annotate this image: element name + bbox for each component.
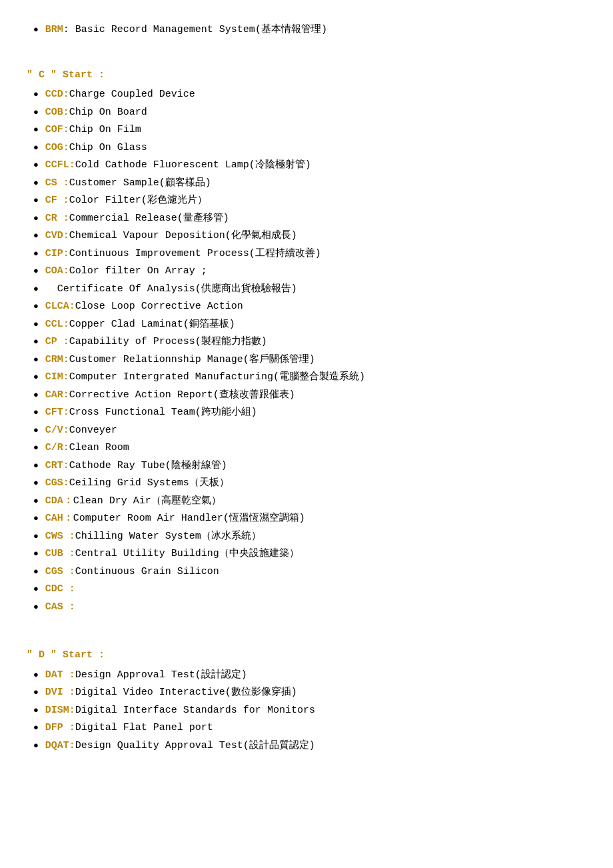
c-item-abbr: COG:	[45, 139, 69, 157]
page-container: BRM : Basic Record Management System(基本情…	[27, 21, 586, 754]
c-item-abbr: CCD:	[45, 86, 69, 103]
c-item-def: Chip On Film	[69, 121, 141, 139]
c-item-abbr: COB:	[45, 104, 69, 121]
d-list-item: DFP : Digital Flat Panel port	[33, 719, 586, 737]
c-list-item: CCD: Charge Coupled Device	[33, 86, 586, 103]
c-item-abbr: CIP:	[45, 245, 69, 263]
d-section-header: " D " Start :	[27, 647, 586, 664]
c-item-abbr: CFT:	[45, 404, 69, 421]
c-item-def: Color Filter(彩色濾光片）	[69, 192, 207, 209]
c-item-abbr: CGS:	[45, 475, 69, 492]
c-item-def: Central Utility Building（中央設施建築）	[75, 545, 299, 563]
c-list: CCD: Charge Coupled DeviceCOB: Chip On B…	[27, 86, 586, 615]
c-list-item: Certificate Of Analysis(供應商出貨檢驗報告)	[33, 281, 586, 298]
c-list-item: C/V: Conveyer	[33, 422, 586, 439]
c-item-def: Clean Room	[69, 439, 129, 457]
c-item-abbr: CAR:	[45, 387, 69, 404]
d-item-abbr: DAT :	[45, 667, 75, 684]
c-item-def: Capability of Process(製程能力指數)	[69, 333, 267, 351]
c-item-def: Copper Clad Laminat(銅箔基板)	[69, 316, 235, 333]
c-item-abbr: CRT:	[45, 457, 69, 475]
c-section-header: " C " Start :	[27, 67, 586, 84]
c-list-item: COF: Chip On Film	[33, 121, 586, 139]
c-item-abbr: C/V:	[45, 422, 69, 439]
brm-abbr: BRM	[45, 21, 63, 39]
c-item-def: Corrective Action Report(查核改善跟催表)	[69, 387, 295, 404]
c-list-item: CP : Capability of Process(製程能力指數)	[33, 333, 586, 351]
d-item-abbr: DISM:	[45, 702, 75, 719]
c-item-def: Close Loop Corrective Action	[75, 298, 243, 315]
c-list-item: CUB : Central Utility Building（中央設施建築）	[33, 545, 586, 563]
c-list-item: CR : Commercial Release(量產移管)	[33, 210, 586, 227]
c-list-item: COA: Color filter On Array ;	[33, 263, 586, 280]
c-item-abbr: CCL:	[45, 316, 69, 333]
c-list-item: CDA：Clean Dry Air（高壓乾空氣）	[33, 493, 586, 510]
c-item-def: Computer Room Air Handler(恆溫恆濕空調箱)	[73, 510, 305, 527]
d-item-def: Digital Video Interactive(數位影像穿插)	[75, 684, 297, 701]
c-item-abbr: CVD:	[45, 227, 69, 245]
c-item-abbr: CR :	[45, 210, 69, 227]
c-item-abbr: CS :	[45, 175, 69, 192]
c-item-def: Certificate Of Analysis(供應商出貨檢驗報告)	[57, 281, 297, 298]
d-item-abbr: DVI :	[45, 684, 75, 701]
c-item-def: Customer Relationnship Manage(客戶關係管理)	[69, 351, 315, 369]
c-list-item: CGS: Ceiling Grid Systems（天板）	[33, 475, 586, 492]
c-item-abbr: C/R:	[45, 439, 69, 457]
c-list-item: CDC :	[33, 581, 586, 598]
d-item-def: Digital Interface Standards for Monitors	[75, 702, 315, 719]
d-item-abbr: DQAT:	[45, 737, 75, 755]
c-list-item: CWS : Chilling Water System（冰水系統）	[33, 528, 586, 545]
c-item-abbr: CCFL:	[45, 157, 75, 174]
c-list-item: COG: Chip On Glass	[33, 139, 586, 157]
c-item-def: Chip On Board	[69, 104, 147, 121]
c-item-abbr: CF :	[45, 192, 69, 209]
c-item-def: Chip On Glass	[69, 139, 147, 157]
c-item-abbr: CWS :	[45, 528, 75, 545]
brm-def: : Basic Record Management System(基本情報管理)	[63, 21, 327, 39]
c-list-item: COB: Chip On Board	[33, 104, 586, 121]
c-item-def: Clean Dry Air（高壓乾空氣）	[73, 493, 221, 510]
d-list-item: DVI : Digital Video Interactive(數位影像穿插)	[33, 684, 586, 701]
c-item-def: Cross Functional Team(跨功能小組)	[69, 404, 257, 421]
c-item-def: Computer Intergrated Manufacturing(電腦整合製…	[69, 369, 365, 386]
c-item-def: Continuous Improvement Process(工程持續改善)	[69, 245, 321, 263]
c-item-def: Conveyer	[69, 422, 117, 439]
c-list-item: CRM: Customer Relationnship Manage(客戶關係管…	[33, 351, 586, 369]
c-list-item: CF : Color Filter(彩色濾光片）	[33, 192, 586, 209]
c-list-item: C/R: Clean Room	[33, 439, 586, 457]
c-item-def: Chilling Water System（冰水系統）	[75, 528, 261, 545]
c-item-abbr: CDC :	[45, 581, 75, 598]
c-list-item: CIM: Computer Intergrated Manufacturing(…	[33, 369, 586, 386]
d-list-item: DQAT: Design Quality Approval Test(設計品質認…	[33, 737, 586, 755]
c-item-def: Color filter On Array ;	[69, 263, 207, 280]
d-item-def: Digital Flat Panel port	[75, 719, 213, 737]
c-item-def: Cold Cathode Fluorescent Lamp(冷陰極射管)	[75, 157, 311, 174]
c-list-item: CCL: Copper Clad Laminat(銅箔基板)	[33, 316, 586, 333]
d-item-abbr: DFP :	[45, 719, 75, 737]
d-item-def: Design Approval Test(設計認定)	[75, 667, 247, 684]
c-item-def: Chemical Vapour Deposition(化學氣相成長)	[69, 227, 297, 245]
c-item-abbr: COA:	[45, 263, 69, 280]
c-list-item: CFT: Cross Functional Team(跨功能小組)	[33, 404, 586, 421]
d-list-item: DISM: Digital Interface Standards for Mo…	[33, 702, 586, 719]
c-list-item: CAH：Computer Room Air Handler(恆溫恆濕空調箱)	[33, 510, 586, 527]
c-item-abbr: CDA：	[45, 493, 73, 510]
d-list-item: DAT : Design Approval Test(設計認定)	[33, 667, 586, 684]
c-item-def: Ceiling Grid Systems（天板）	[69, 475, 229, 492]
c-item-abbr: COF:	[45, 121, 69, 139]
c-item-abbr: CGS :	[45, 563, 75, 581]
d-item-def: Design Quality Approval Test(設計品質認定)	[75, 737, 315, 755]
c-list-item: CS : Customer Sample(顧客樣品)	[33, 175, 586, 192]
c-list-item: CIP: Continuous Improvement Process(工程持續…	[33, 245, 586, 263]
c-item-abbr: CRM:	[45, 351, 69, 369]
c-item-abbr: CUB :	[45, 545, 75, 563]
brm-item: BRM : Basic Record Management System(基本情…	[33, 21, 586, 39]
c-list-item: CAR: Corrective Action Report(查核改善跟催表)	[33, 387, 586, 404]
c-list-item: CLCA: Close Loop Corrective Action	[33, 298, 586, 315]
c-item-abbr: CAS :	[45, 599, 75, 616]
c-item-abbr: CIM:	[45, 369, 69, 386]
c-list-item: CCFL: Cold Cathode Fluorescent Lamp(冷陰極射…	[33, 157, 586, 174]
c-item-abbr: CAH：	[45, 510, 73, 527]
c-list-item: CAS :	[33, 599, 586, 616]
c-item-def: Continuous Grain Silicon	[75, 563, 219, 581]
